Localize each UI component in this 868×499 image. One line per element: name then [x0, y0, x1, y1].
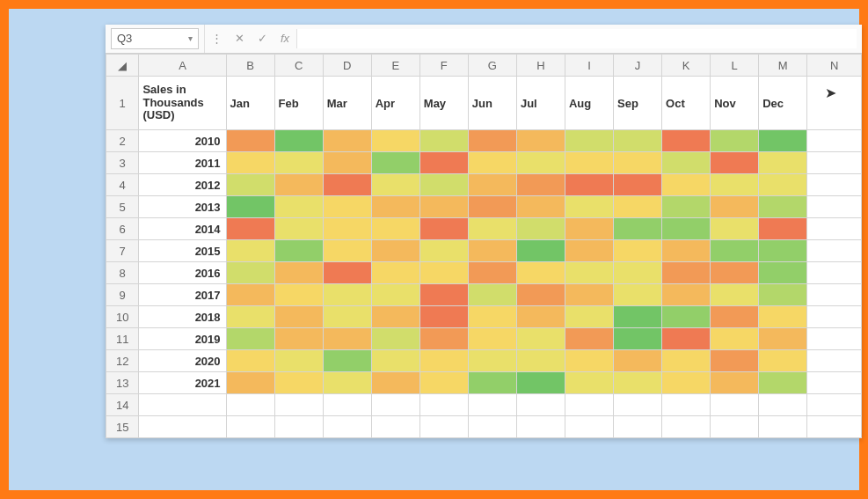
- heat-cell[interactable]: [468, 328, 516, 350]
- cell[interactable]: [759, 394, 807, 416]
- heat-cell[interactable]: [226, 372, 274, 394]
- heat-cell[interactable]: [419, 196, 468, 218]
- cell[interactable]: [807, 328, 862, 350]
- heat-cell[interactable]: [759, 152, 807, 174]
- cell[interactable]: [807, 152, 862, 174]
- heat-cell[interactable]: [274, 262, 323, 284]
- month-header[interactable]: Mar: [323, 77, 371, 130]
- cell[interactable]: [614, 416, 662, 438]
- heat-cell[interactable]: [323, 152, 371, 174]
- year-cell[interactable]: 2015: [139, 240, 226, 262]
- heat-cell[interactable]: [274, 196, 323, 218]
- month-header[interactable]: Aug: [565, 77, 613, 130]
- heat-cell[interactable]: [711, 306, 759, 328]
- cell[interactable]: [807, 372, 862, 394]
- heat-cell[interactable]: [274, 218, 323, 240]
- name-box-dropdown-icon[interactable]: ▾: [188, 29, 193, 48]
- cell[interactable]: [226, 394, 274, 416]
- row-header[interactable]: 14: [106, 394, 139, 416]
- title-cell[interactable]: Sales in Thousands (USD): [139, 77, 226, 130]
- row-header[interactable]: 12: [106, 350, 139, 372]
- heat-cell[interactable]: [323, 262, 371, 284]
- cell[interactable]: [371, 416, 419, 438]
- heat-cell[interactable]: [614, 130, 662, 152]
- cell[interactable]: [614, 394, 662, 416]
- cell[interactable]: [759, 416, 807, 438]
- cell[interactable]: [468, 394, 516, 416]
- heat-cell[interactable]: [614, 240, 662, 262]
- heat-cell[interactable]: [468, 196, 516, 218]
- column-header-A[interactable]: A: [139, 55, 226, 77]
- heat-cell[interactable]: [516, 152, 565, 174]
- year-cell[interactable]: 2016: [139, 262, 226, 284]
- year-cell[interactable]: 2014: [139, 218, 226, 240]
- heat-cell[interactable]: [371, 284, 419, 306]
- column-header-K[interactable]: K: [662, 55, 711, 77]
- heat-cell[interactable]: [662, 174, 711, 196]
- heat-cell[interactable]: [614, 152, 662, 174]
- cell[interactable]: [565, 416, 613, 438]
- heat-cell[interactable]: [323, 306, 371, 328]
- heat-cell[interactable]: [226, 350, 274, 372]
- heat-cell[interactable]: [226, 284, 274, 306]
- heat-cell[interactable]: [614, 262, 662, 284]
- heat-cell[interactable]: [419, 306, 468, 328]
- cell[interactable]: [371, 394, 419, 416]
- year-cell[interactable]: 2011: [139, 152, 226, 174]
- heat-cell[interactable]: [419, 284, 468, 306]
- heat-cell[interactable]: [419, 328, 468, 350]
- column-header-I[interactable]: I: [565, 55, 613, 77]
- month-header[interactable]: Jan: [226, 77, 274, 130]
- cell[interactable]: [516, 416, 565, 438]
- heat-cell[interactable]: [226, 328, 274, 350]
- heat-cell[interactable]: [516, 284, 565, 306]
- row-header[interactable]: 4: [106, 174, 139, 196]
- cell[interactable]: [711, 394, 759, 416]
- column-header-B[interactable]: B: [226, 55, 274, 77]
- heat-cell[interactable]: [419, 174, 468, 196]
- heat-cell[interactable]: [419, 240, 468, 262]
- heat-cell[interactable]: [371, 262, 419, 284]
- heat-cell[interactable]: [468, 262, 516, 284]
- cell[interactable]: [807, 306, 862, 328]
- heat-cell[interactable]: [565, 240, 613, 262]
- year-cell[interactable]: 2021: [139, 372, 226, 394]
- select-all-corner[interactable]: ◢: [106, 55, 139, 77]
- heat-cell[interactable]: [274, 240, 323, 262]
- cell[interactable]: [807, 218, 862, 240]
- heat-cell[interactable]: [371, 174, 419, 196]
- heat-cell[interactable]: [226, 306, 274, 328]
- cell[interactable]: [807, 174, 862, 196]
- heat-cell[interactable]: [516, 130, 565, 152]
- cell[interactable]: [807, 240, 862, 262]
- heat-cell[interactable]: [274, 174, 323, 196]
- heat-cell[interactable]: [419, 262, 468, 284]
- cell[interactable]: [807, 284, 862, 306]
- heat-cell[interactable]: [711, 130, 759, 152]
- heat-cell[interactable]: [371, 240, 419, 262]
- fx-icon[interactable]: fx: [274, 25, 296, 53]
- heat-cell[interactable]: [614, 350, 662, 372]
- heat-cell[interactable]: [662, 240, 711, 262]
- heat-cell[interactable]: [226, 218, 274, 240]
- heat-cell[interactable]: [274, 130, 323, 152]
- heat-cell[interactable]: [711, 262, 759, 284]
- heat-cell[interactable]: [614, 306, 662, 328]
- heat-cell[interactable]: [226, 196, 274, 218]
- cell[interactable]: [807, 394, 862, 416]
- cell[interactable]: [807, 350, 862, 372]
- month-header[interactable]: Apr: [371, 77, 419, 130]
- cell[interactable]: [565, 394, 613, 416]
- heat-cell[interactable]: [662, 218, 711, 240]
- row-header[interactable]: 9: [106, 284, 139, 306]
- heat-cell[interactable]: [323, 284, 371, 306]
- heat-cell[interactable]: [516, 218, 565, 240]
- heat-cell[interactable]: [711, 240, 759, 262]
- row-header[interactable]: 6: [106, 218, 139, 240]
- heat-cell[interactable]: [468, 240, 516, 262]
- heat-cell[interactable]: [323, 196, 371, 218]
- cell[interactable]: [807, 77, 862, 130]
- cancel-icon[interactable]: ✕: [228, 25, 251, 53]
- heat-cell[interactable]: [565, 174, 613, 196]
- accept-icon[interactable]: ✓: [251, 25, 274, 53]
